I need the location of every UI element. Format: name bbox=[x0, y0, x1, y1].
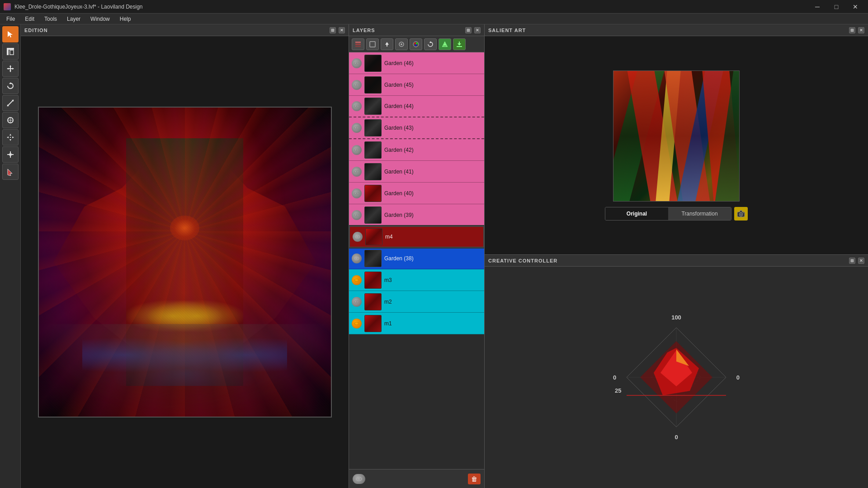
layer-garden38[interactable]: Garden (38) bbox=[349, 248, 484, 269]
layer-tool-color[interactable] bbox=[410, 38, 422, 50]
left-toolbar bbox=[0, 24, 21, 488]
layer-name-garden41: Garden (41) bbox=[384, 169, 481, 175]
layer-eye-garden45[interactable] bbox=[352, 80, 362, 90]
tool-warp[interactable] bbox=[2, 112, 19, 128]
tool-nudge[interactable] bbox=[2, 146, 19, 163]
view-toggle: Original Transformation bbox=[605, 207, 731, 221]
layer-thumb-garden38 bbox=[364, 250, 382, 267]
minimize-button[interactable]: ─ bbox=[808, 0, 826, 14]
titlebar: Klee_Drole-GothiqueJoyeux-3.lvf* - Laovi… bbox=[0, 0, 868, 14]
layer-tool-move-up[interactable] bbox=[381, 38, 393, 50]
creative-ctrl2[interactable]: ✕ bbox=[858, 258, 864, 264]
layers-list[interactable]: Garden (46) Garden (45) Garden (44) bbox=[349, 52, 484, 469]
layer-eye-m4[interactable] bbox=[353, 232, 363, 242]
svg-point-58 bbox=[356, 192, 358, 194]
layer-eye-m3[interactable] bbox=[352, 275, 362, 285]
layer-eye-garden41[interactable] bbox=[352, 167, 362, 177]
svg-rect-28 bbox=[355, 43, 361, 45]
layer-garden40[interactable]: Garden (40) bbox=[349, 183, 484, 204]
layer-tool-visibility[interactable] bbox=[366, 38, 379, 50]
app-icon bbox=[4, 3, 11, 10]
salient-ctrl2[interactable]: ✕ bbox=[858, 27, 864, 33]
layer-garden39[interactable]: Garden (39) bbox=[349, 204, 484, 226]
tool-scale[interactable] bbox=[2, 95, 19, 111]
layer-m4[interactable]: m4 bbox=[349, 226, 484, 248]
layer-tool-layers[interactable] bbox=[352, 38, 364, 50]
layer-m3[interactable]: m3 bbox=[349, 269, 484, 291]
layer-thumb-garden42 bbox=[364, 141, 382, 159]
layer-garden43[interactable]: Garden (43) bbox=[349, 117, 484, 139]
layer-eye-garden46[interactable] bbox=[352, 58, 362, 68]
layers-ctrl1[interactable]: ⊞ bbox=[465, 27, 472, 33]
close-button[interactable]: ✕ bbox=[846, 0, 864, 14]
layer-tool-download[interactable] bbox=[453, 38, 466, 50]
layer-garden41[interactable]: Garden (41) bbox=[349, 161, 484, 183]
layer-name-garden46: Garden (46) bbox=[384, 60, 481, 66]
edition-controls: ⊞ ✕ bbox=[330, 27, 345, 33]
layer-name-garden39: Garden (39) bbox=[384, 212, 481, 218]
edition-ctrl1[interactable]: ⊞ bbox=[330, 27, 336, 33]
tool-select[interactable] bbox=[2, 26, 19, 42]
layer-eye-garden42[interactable] bbox=[352, 145, 362, 155]
svg-rect-32 bbox=[387, 45, 387, 47]
menu-help[interactable]: Help bbox=[115, 15, 136, 23]
layer-m1[interactable]: m1 bbox=[349, 313, 484, 334]
edition-canvas[interactable] bbox=[21, 36, 349, 488]
layer-eye-m1[interactable] bbox=[352, 319, 362, 328]
svg-point-37 bbox=[416, 42, 418, 44]
tool-pointer[interactable] bbox=[2, 164, 19, 180]
salient-ctrl1[interactable]: ⊞ bbox=[849, 27, 855, 33]
layer-garden46[interactable]: Garden (46) bbox=[349, 52, 484, 74]
canvas-area bbox=[38, 107, 332, 418]
svg-rect-20 bbox=[10, 137, 11, 138]
tool-rotate[interactable] bbox=[2, 78, 19, 94]
layers-ctrl2[interactable]: ✕ bbox=[474, 27, 481, 33]
layer-tool-visible[interactable] bbox=[439, 38, 451, 50]
layer-garden44[interactable]: Garden (44) bbox=[349, 96, 484, 117]
view-original-btn[interactable]: Original bbox=[605, 207, 668, 220]
menu-layer[interactable]: Layer bbox=[62, 15, 85, 23]
menu-edit[interactable]: Edit bbox=[20, 15, 39, 23]
layers-title: Layers bbox=[353, 28, 375, 33]
svg-point-34 bbox=[401, 43, 402, 45]
svg-marker-1 bbox=[7, 48, 14, 55]
svg-point-48 bbox=[356, 84, 358, 85]
layer-thumb-garden41 bbox=[364, 163, 382, 180]
main-layout: Edition ⊞ ✕ bbox=[0, 24, 868, 488]
layer-garden45[interactable]: Garden (45) bbox=[349, 74, 484, 96]
layers-footer-eye[interactable] bbox=[353, 474, 365, 484]
layer-eye-m2[interactable] bbox=[352, 297, 362, 307]
view-transformation-btn[interactable]: Transformation bbox=[668, 207, 731, 220]
menu-file[interactable]: File bbox=[2, 15, 19, 23]
layer-tool-reset[interactable] bbox=[424, 38, 437, 50]
svg-point-62 bbox=[357, 236, 359, 238]
menu-window[interactable]: Window bbox=[86, 15, 114, 23]
svg-marker-19 bbox=[12, 136, 14, 138]
tool-transform[interactable] bbox=[2, 61, 19, 77]
layer-eye-garden39[interactable] bbox=[352, 210, 362, 220]
svg-rect-30 bbox=[370, 42, 375, 47]
edition-ctrl2[interactable]: ✕ bbox=[339, 27, 345, 33]
layer-garden42[interactable]: Garden (42) bbox=[349, 139, 484, 161]
creative-controls: ⊞ ✕ bbox=[849, 258, 864, 264]
creative-ctrl1[interactable]: ⊞ bbox=[849, 258, 855, 264]
layers-delete-btn[interactable]: 🗑 bbox=[468, 474, 481, 484]
layer-tool-effects[interactable] bbox=[395, 38, 408, 50]
layers-toolbar bbox=[349, 36, 484, 52]
maximize-button[interactable]: □ bbox=[827, 0, 845, 14]
menu-tools[interactable]: Tools bbox=[40, 15, 61, 23]
svg-point-36 bbox=[414, 42, 416, 44]
layer-eye-garden43[interactable] bbox=[352, 123, 362, 133]
camera-button[interactable] bbox=[734, 207, 748, 221]
svg-point-66 bbox=[356, 279, 358, 281]
tool-move[interactable] bbox=[2, 129, 19, 145]
svg-point-75 bbox=[741, 214, 742, 215]
layer-eye-garden40[interactable] bbox=[352, 188, 362, 198]
layer-thumb-garden40 bbox=[364, 185, 382, 202]
layer-eye-garden38[interactable] bbox=[352, 253, 362, 263]
layer-eye-garden44[interactable] bbox=[352, 101, 362, 111]
salient-controls: ⊞ ✕ bbox=[849, 27, 864, 33]
tool-lasso[interactable] bbox=[2, 43, 19, 60]
layer-m2[interactable]: m2 bbox=[349, 291, 484, 313]
svg-point-46 bbox=[356, 62, 358, 64]
